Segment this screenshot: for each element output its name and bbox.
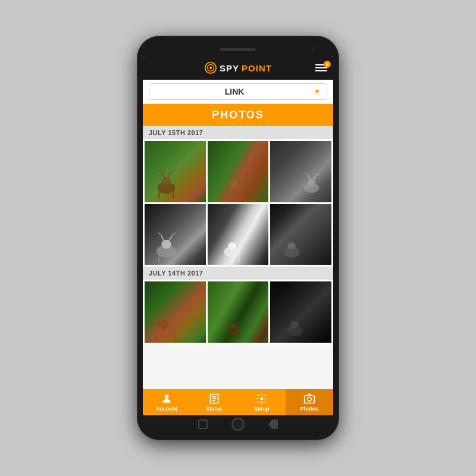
svg-point-16	[308, 179, 316, 186]
menu-line-3	[315, 70, 327, 71]
svg-line-5	[162, 173, 164, 178]
photo-item[interactable]	[145, 141, 206, 202]
svg-point-36	[157, 320, 169, 329]
phone-screen: SPYPOINT 3 LINK ▼ PHOTOS JULY 15TH 2017	[143, 56, 333, 415]
phone-soft-btn-recent[interactable]	[198, 419, 208, 429]
photos-title-bar: PHOTOS	[143, 104, 333, 126]
svg-point-35	[154, 324, 178, 338]
spypoint-logo: SPYPOINT	[204, 61, 272, 74]
bottom-nav: Account Status Setup	[143, 389, 333, 415]
svg-line-27	[158, 256, 159, 262]
menu-badge: 3	[324, 61, 331, 68]
content-area[interactable]: JULY 15TH 2017	[143, 126, 333, 389]
svg-line-32	[239, 256, 239, 262]
photos-title: PHOTOS	[212, 109, 264, 121]
nav-label-status: Status	[206, 406, 223, 412]
svg-line-10	[173, 192, 174, 198]
svg-point-33	[284, 247, 300, 258]
photo-item[interactable]	[208, 141, 269, 202]
svg-point-45	[287, 325, 303, 336]
svg-line-18	[305, 174, 308, 176]
nav-item-status[interactable]: Status	[190, 389, 238, 415]
photo-item[interactable]	[270, 281, 331, 343]
phone-speaker	[220, 48, 256, 51]
svg-point-52	[261, 397, 264, 400]
logo-point-text: POINT	[242, 63, 272, 73]
svg-point-29	[224, 247, 240, 258]
photo-item[interactable]	[208, 204, 269, 265]
phone-back-btn[interactable]	[268, 419, 278, 429]
menu-button[interactable]: 3	[315, 64, 327, 71]
phone-device: SPYPOINT 3 LINK ▼ PHOTOS JULY 15TH 2017	[137, 36, 339, 440]
status-icon	[208, 393, 220, 405]
svg-point-12	[230, 181, 237, 187]
nav-label-account: Account	[156, 406, 177, 412]
svg-line-43	[227, 335, 228, 339]
date-section-july15: JULY 15TH 2017	[143, 126, 333, 139]
photo-item[interactable]	[208, 281, 269, 343]
nav-item-photos[interactable]: Photos	[286, 389, 333, 415]
nav-label-setup: Setup	[254, 406, 269, 412]
svg-point-15	[304, 183, 319, 193]
photos-icon	[303, 393, 315, 405]
svg-line-38	[174, 337, 176, 341]
svg-line-26	[173, 233, 176, 236]
photo-grid-july14	[143, 280, 333, 345]
svg-point-46	[291, 321, 299, 328]
photo-item[interactable]	[145, 281, 206, 343]
app-header: SPYPOINT 3	[143, 56, 333, 80]
svg-line-28	[174, 256, 175, 262]
svg-point-34	[288, 242, 296, 249]
svg-point-2	[209, 67, 212, 70]
nav-label-photos: Photos	[300, 406, 319, 412]
device-dropdown[interactable]: LINK ▼	[149, 83, 327, 100]
svg-line-23	[161, 235, 164, 240]
logo-spy-text: SPY	[220, 63, 239, 73]
phone-home-btn[interactable]	[231, 418, 245, 431]
svg-line-19	[314, 175, 317, 180]
svg-point-30	[228, 242, 236, 249]
svg-line-42	[236, 319, 238, 324]
svg-point-54	[308, 397, 312, 402]
svg-point-11	[224, 184, 239, 194]
svg-point-39	[227, 327, 240, 336]
svg-line-8	[171, 171, 174, 173]
svg-point-47	[165, 394, 169, 399]
photo-item[interactable]	[145, 204, 206, 265]
svg-line-9	[159, 192, 160, 198]
phone-camera	[311, 47, 315, 51]
spypoint-logo-icon	[204, 61, 217, 74]
svg-line-24	[158, 233, 161, 236]
phone-bottom	[143, 415, 333, 433]
nav-item-account[interactable]: Account	[143, 389, 190, 415]
svg-point-4	[162, 177, 171, 186]
svg-line-41	[229, 319, 231, 324]
dropdown-arrow-icon: ▼	[314, 87, 321, 96]
photo-item[interactable]	[270, 204, 331, 265]
svg-point-40	[230, 324, 237, 330]
svg-line-37	[155, 336, 156, 341]
photo-item[interactable]	[270, 141, 331, 202]
photo-grid-july15	[143, 139, 333, 267]
svg-line-31	[224, 256, 225, 262]
svg-line-17	[308, 175, 310, 180]
svg-line-25	[169, 235, 173, 240]
nav-item-setup[interactable]: Setup	[238, 389, 286, 415]
account-icon	[161, 393, 173, 405]
date-section-july14: JULY 14TH 2017	[143, 267, 333, 280]
svg-point-22	[161, 240, 171, 249]
phone-top-bar	[143, 43, 333, 56]
svg-line-44	[239, 335, 239, 339]
svg-line-6	[159, 171, 162, 173]
device-name: LINK	[155, 87, 314, 96]
svg-point-21	[156, 245, 176, 258]
svg-line-20	[317, 173, 319, 175]
setup-icon	[256, 393, 268, 405]
svg-point-3	[157, 182, 175, 194]
svg-line-14	[236, 193, 237, 198]
svg-line-13	[224, 193, 224, 198]
svg-line-7	[168, 173, 171, 178]
device-selector: LINK ▼	[143, 80, 333, 104]
